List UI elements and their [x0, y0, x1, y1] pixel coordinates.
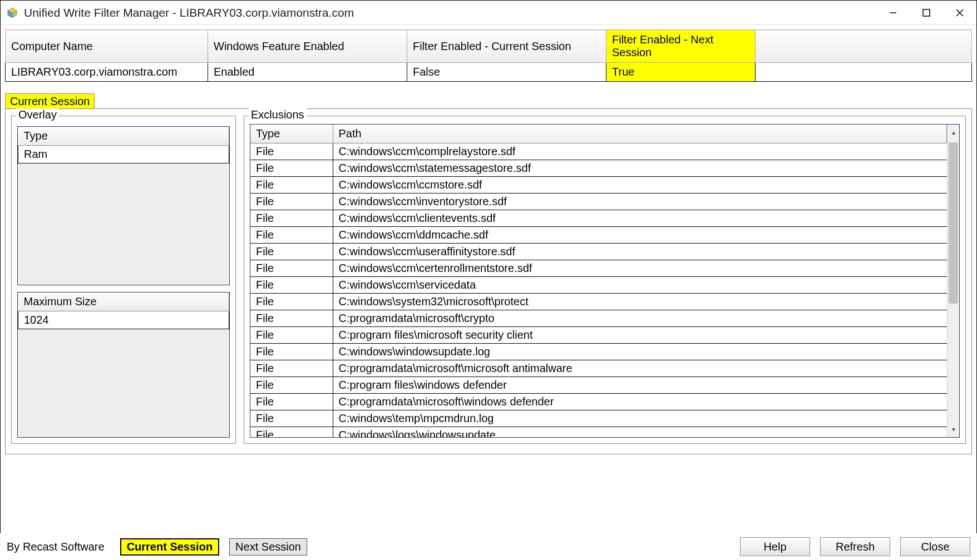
excl-col-path[interactable]: Path [333, 125, 947, 143]
exclusion-type: File [250, 377, 333, 394]
exclusion-path: C:programdata\microsoft\windows defender [333, 394, 947, 410]
exclusion-type: File [250, 344, 333, 360]
exclusion-row[interactable]: FileC:windows\ccm\statemessagestore.sdf [250, 160, 947, 177]
exclusion-type: File [250, 277, 333, 294]
cell-next: True [606, 63, 756, 82]
exclusion-row[interactable]: FileC:windows\ccm\inventorystore.sdf [250, 194, 947, 210]
scroll-up-icon[interactable]: ▴ [948, 127, 959, 138]
close-button[interactable]: Close [900, 537, 970, 556]
svg-rect-4 [923, 9, 930, 16]
exclusion-row[interactable]: FileC:program files\microsoft security c… [250, 327, 947, 344]
col-spacer [756, 30, 972, 63]
close-window-button[interactable] [943, 1, 976, 25]
scroll-down-icon[interactable]: ▾ [948, 424, 959, 435]
exclusion-row[interactable]: FileC:windows\temp\mpcmdrun.log [250, 410, 947, 427]
exclusion-row[interactable]: FileC:windows\ccm\servicedata [250, 277, 947, 294]
exclusion-row[interactable]: FileC:programdata\microsoft\crypto [250, 310, 947, 327]
exclusion-path: C:program files\windows defender [333, 377, 947, 394]
computer-row[interactable]: LIBRARY03.corp.viamonstra.com Enabled Fa… [6, 63, 972, 82]
overlay-type-header[interactable]: Type [18, 127, 229, 146]
exclusion-row[interactable]: FileC:program files\windows defender [250, 377, 947, 394]
overlay-max-grid[interactable]: Maximum Size 1024 [17, 292, 230, 438]
titlebar: Unified Write Filter Manager - LIBRARY03… [1, 1, 976, 25]
exclusion-row[interactable]: FileC:windows\ccm\certenrollmentstore.sd… [250, 260, 947, 277]
exclusion-type: File [250, 210, 333, 227]
overlay-max-header[interactable]: Maximum Size [18, 293, 229, 311]
exclusion-type: File [250, 160, 333, 177]
exclusion-row[interactable]: FileC:windows\logs\windowsupdate [250, 427, 947, 438]
exclusion-path: C:windows\windowsupdate.log [333, 344, 947, 360]
exclusion-type: File [250, 310, 333, 327]
exclusion-path: C:windows\logs\windowsupdate [333, 427, 947, 438]
next-session-button[interactable]: Next Session [229, 538, 307, 556]
overlay-type-value[interactable]: Ram [18, 146, 229, 163]
exclusion-type: File [250, 394, 333, 410]
exclusion-row[interactable]: FileC:windows\ccm\complrelaystore.sdf [250, 143, 947, 160]
exclusion-path: C:programdata\microsoft\crypto [333, 310, 947, 327]
current-session-button[interactable]: Current Session [120, 538, 219, 556]
overlay-group: Overlay Type Ram Maximum Size 1024 [11, 116, 236, 444]
maximize-button[interactable] [910, 1, 943, 25]
exclusion-row[interactable]: FileC:programdata\microsoft\windows defe… [250, 394, 947, 410]
cell-spacer [756, 63, 972, 82]
exclusion-path: C:windows\system32\microsoft\protect [333, 294, 947, 310]
exclusion-path: C:windows\ccm\certenrollmentstore.sdf [333, 260, 947, 277]
exclusion-type: File [250, 294, 333, 310]
exclusion-type: File [250, 194, 333, 210]
exclusion-type: File [250, 327, 333, 344]
exclusion-path: C:windows\temp\mpcmdrun.log [333, 410, 947, 427]
exclusion-row[interactable]: FileC:programdata\microsoft\microsoft an… [250, 360, 947, 377]
exclusion-path: C:programdata\microsoft\microsoft antima… [333, 360, 947, 377]
cell-computer-name: LIBRARY03.corp.viamonstra.com [6, 63, 208, 82]
exclusion-type: File [250, 177, 333, 194]
exclusion-path: C:windows\ccm\servicedata [333, 277, 947, 294]
exclusion-path: C:windows\ccm\statemessagestore.sdf [333, 160, 947, 177]
cell-current: False [407, 63, 606, 82]
exclusion-row[interactable]: FileC:windows\ccm\ccmstore.sdf [250, 177, 947, 194]
cell-feature: Enabled [208, 63, 407, 82]
exclusions-grid[interactable]: Type Path FileC:windows\ccm\complrelayst… [250, 125, 947, 437]
exclusion-type: File [250, 360, 333, 377]
exclusion-path: C:windows\ccm\useraffinitystore.sdf [333, 244, 947, 260]
computer-summary-grid[interactable]: Computer Name Windows Feature Enabled Fi… [5, 29, 972, 82]
col-filter-current[interactable]: Filter Enabled - Current Session [407, 30, 606, 63]
exclusion-path: C:program files\microsoft security clien… [333, 327, 947, 344]
exclusion-path: C:windows\ccm\inventorystore.sdf [333, 194, 947, 210]
exclusion-row[interactable]: FileC:windows\system32\microsoft\protect [250, 294, 947, 310]
overlay-max-value[interactable]: 1024 [18, 311, 229, 329]
help-button[interactable]: Help [740, 537, 810, 556]
col-filter-next[interactable]: Filter Enabled - Next Session [606, 30, 756, 63]
exclusion-type: File [250, 143, 333, 160]
exclusions-scrollbar[interactable]: ▴ ▾ [947, 125, 959, 437]
exclusions-legend: Exclusions [249, 108, 307, 121]
col-feature-enabled[interactable]: Windows Feature Enabled [208, 30, 407, 63]
scroll-thumb[interactable] [949, 142, 958, 304]
exclusion-type: File [250, 244, 333, 260]
minimize-button[interactable] [876, 1, 910, 25]
app-icon [6, 7, 18, 19]
refresh-button[interactable]: Refresh [820, 537, 890, 556]
window-title: Unified Write Filter Manager - LIBRARY03… [24, 6, 876, 19]
session-panel: Overlay Type Ram Maximum Size 1024 Exclu… [5, 108, 972, 454]
exclusion-type: File [250, 427, 333, 438]
overlay-legend: Overlay [16, 108, 59, 121]
exclusion-row[interactable]: FileC:windows\ccm\clientevents.sdf [250, 210, 947, 227]
exclusion-row[interactable]: FileC:windows\ccm\ddmcache.sdf [250, 227, 947, 244]
tab-current-session[interactable]: Current Session [5, 93, 95, 109]
exclusion-type: File [250, 260, 333, 277]
exclusions-group: Exclusions Type Path FileC:windows\ccm\c… [244, 116, 966, 444]
exclusion-type: File [250, 227, 333, 244]
exclusion-type: File [250, 410, 333, 427]
exclusion-row[interactable]: FileC:windows\windowsupdate.log [250, 344, 947, 360]
excl-col-type[interactable]: Type [250, 125, 333, 143]
brand-label: By Recast Software [7, 541, 105, 553]
exclusion-path: C:windows\ccm\complrelaystore.sdf [333, 143, 947, 160]
col-computer-name[interactable]: Computer Name [6, 30, 208, 63]
exclusion-path: C:windows\ccm\clientevents.sdf [333, 210, 947, 227]
footer-bar: By Recast Software Current Session Next … [0, 533, 977, 560]
exclusion-path: C:windows\ccm\ddmcache.sdf [333, 227, 947, 244]
exclusion-row[interactable]: FileC:windows\ccm\useraffinitystore.sdf [250, 244, 947, 260]
exclusion-path: C:windows\ccm\ccmstore.sdf [333, 177, 947, 194]
overlay-type-grid[interactable]: Type Ram [17, 126, 230, 285]
